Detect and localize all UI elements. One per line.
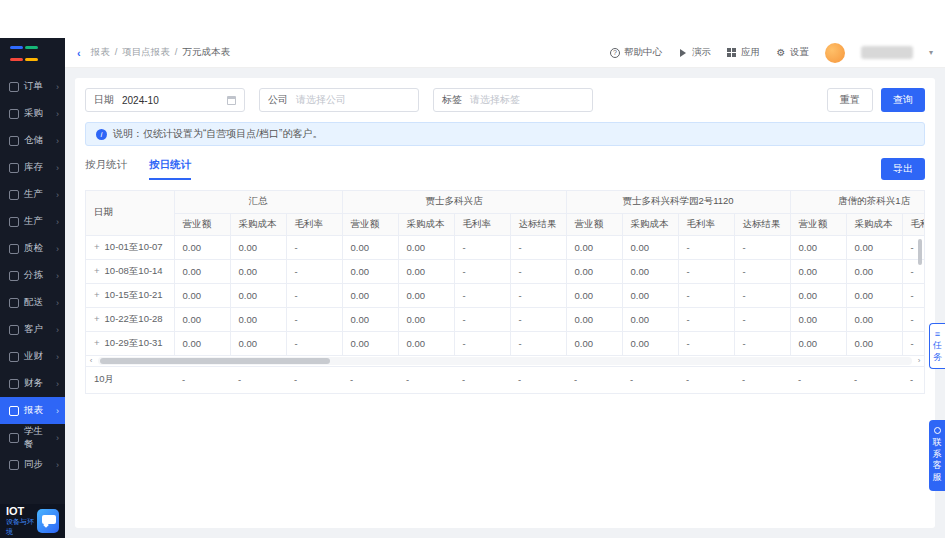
expand-icon[interactable]: + — [94, 313, 100, 324]
sidebar-item-production[interactable]: 生产› — [0, 181, 65, 208]
value-cell: - — [510, 235, 566, 259]
sidebar-item-label: 生产 — [24, 215, 43, 228]
sidebar-item-purchase[interactable]: 采购› — [0, 100, 65, 127]
tabs-bar: 按月统计按日统计 导出 — [85, 158, 925, 184]
value-cell: - — [510, 307, 566, 331]
value-cell: - — [286, 283, 342, 307]
company-select[interactable]: 公司 请选择公司 — [259, 88, 419, 112]
value-cell: 0.00 — [846, 235, 902, 259]
table-row[interactable]: +10-22至10-280.000.00-0.000.00--0.000.00-… — [86, 307, 925, 331]
customers-icon — [9, 325, 19, 335]
reset-button[interactable]: 重置 — [827, 88, 873, 112]
value-cell: - — [286, 235, 342, 259]
value-cell: 0.00 — [566, 259, 622, 283]
help-center-button[interactable]: ?帮助中心 — [610, 46, 662, 59]
sidebar-item-warehouse[interactable]: 仓储› — [0, 127, 65, 154]
query-button[interactable]: 查询 — [881, 88, 925, 112]
chevron-right-icon: › — [56, 109, 59, 119]
scroll-left-icon[interactable]: ‹ — [86, 356, 96, 366]
summary-cell: - — [846, 367, 902, 393]
demo-button[interactable]: 演示 — [678, 46, 711, 59]
chevron-right-icon: › — [56, 298, 59, 308]
alert-text: 说明：仅统计设置为“自营项目点/档口”的客户。 — [113, 127, 322, 141]
settings-button[interactable]: ⚙设置 — [776, 46, 809, 59]
sidebar-collapse-icon[interactable]: ‹ — [77, 47, 81, 59]
chevron-right-icon: › — [56, 136, 59, 146]
apps-button[interactable]: 应用 — [727, 46, 760, 59]
logo-bar — [10, 46, 23, 49]
value-cell: - — [454, 331, 510, 355]
date-range-cell: +10-29至10-31 — [86, 331, 174, 355]
info-icon: i — [96, 129, 107, 140]
column-header: 采购成本 — [230, 213, 286, 235]
value-cell: - — [734, 235, 790, 259]
expand-icon[interactable]: + — [94, 265, 100, 276]
summary-cell: - — [342, 367, 398, 393]
date-label: 日期 — [94, 93, 114, 107]
top-navbar: ‹ 报表/项目点报表/万元成本表 ?帮助中心演示应用⚙设置▾ — [65, 38, 945, 68]
production-icon — [9, 190, 19, 200]
tag-select[interactable]: 标签 请选择标签 — [433, 88, 593, 112]
warehouse-icon — [9, 136, 19, 146]
sidebar-item-inventory[interactable]: 库存› — [0, 154, 65, 181]
sidebar-item-production-2[interactable]: 生产› — [0, 208, 65, 235]
table-row[interactable]: +10-15至10-210.000.00-0.000.00--0.000.00-… — [86, 283, 925, 307]
expand-icon[interactable]: + — [94, 337, 100, 348]
value-cell: 0.00 — [174, 283, 230, 307]
value-cell: 0.00 — [398, 331, 454, 355]
value-cell: 0.00 — [398, 259, 454, 283]
finance-icon — [9, 379, 19, 389]
sidebar-item-label: 仓储 — [24, 134, 43, 147]
task-float-tab[interactable]: ≡ 任务 — [929, 323, 945, 369]
tab-monthly-stats[interactable]: 按月统计 — [85, 158, 127, 178]
breadcrumb-segment[interactable]: 项目点报表 — [122, 46, 170, 59]
contact-support-float-tab[interactable]: 联系客服 — [929, 420, 945, 491]
user-avatar[interactable] — [825, 43, 845, 63]
iot-footer[interactable]: IOT 设备与环境 — [0, 504, 65, 538]
sidebar-item-customers[interactable]: 客户› — [0, 316, 65, 343]
sidebar-item-student-meal[interactable]: 学生餐› — [0, 424, 65, 451]
group-header: 贾士多科兴科学园2号1120 — [566, 191, 790, 213]
chevron-right-icon: › — [56, 190, 59, 200]
sidebar-item-business-finance[interactable]: 业财› — [0, 343, 65, 370]
expand-icon[interactable]: + — [94, 289, 100, 300]
chevron-right-icon: › — [56, 217, 59, 227]
table-row[interactable]: +10-01至10-070.000.00-0.000.00--0.000.00-… — [86, 235, 925, 259]
column-header: 达标结果 — [734, 213, 790, 235]
value-cell: 0.00 — [230, 259, 286, 283]
group-header: 唐僧的茶科兴1店 — [790, 191, 925, 213]
export-button[interactable]: 导出 — [881, 158, 925, 180]
expand-icon[interactable]: + — [94, 241, 100, 252]
chevron-right-icon: › — [56, 406, 59, 416]
chevron-right-icon: › — [56, 271, 59, 281]
sidebar-item-delivery[interactable]: 配送› — [0, 289, 65, 316]
sidebar-item-sync[interactable]: 同步› — [0, 451, 65, 478]
breadcrumb: 报表/项目点报表/万元成本表 — [91, 46, 230, 59]
breadcrumb-segment[interactable]: 报表 — [91, 46, 110, 59]
sidebar-item-sorting[interactable]: 分拣› — [0, 262, 65, 289]
date-picker[interactable]: 日期 2024-10 — [85, 88, 245, 112]
sidebar-item-reports[interactable]: 报表› — [0, 397, 65, 424]
hscroll-thumb[interactable] — [100, 358, 330, 364]
value-cell: 0.00 — [174, 235, 230, 259]
table-row[interactable]: +10-29至10-310.000.00-0.000.00--0.000.00-… — [86, 331, 925, 355]
reports-icon — [9, 406, 19, 416]
chevron-down-icon[interactable]: ▾ — [929, 48, 933, 57]
scroll-right-icon[interactable]: › — [914, 356, 924, 366]
sidebar-item-finance[interactable]: 财务› — [0, 370, 65, 397]
table-row[interactable]: +10-08至10-140.000.00-0.000.00--0.000.00-… — [86, 259, 925, 283]
column-header: 毛利率 — [454, 213, 510, 235]
value-cell: - — [902, 307, 925, 331]
sidebar-item-orders[interactable]: 订单› — [0, 73, 65, 100]
chevron-right-icon: › — [56, 352, 59, 362]
sidebar-item-label: 学生餐 — [24, 425, 51, 451]
nav-action-label: 设置 — [790, 46, 809, 59]
vscroll-thumb[interactable] — [918, 239, 922, 265]
app-logo — [0, 38, 46, 68]
sidebar-item-quality[interactable]: 质检› — [0, 235, 65, 262]
column-header: 营业额 — [790, 213, 846, 235]
task-label: 任务 — [933, 340, 942, 361]
tab-daily-stats[interactable]: 按日统计 — [149, 158, 191, 180]
value-cell: 0.00 — [230, 283, 286, 307]
value-cell: - — [286, 259, 342, 283]
